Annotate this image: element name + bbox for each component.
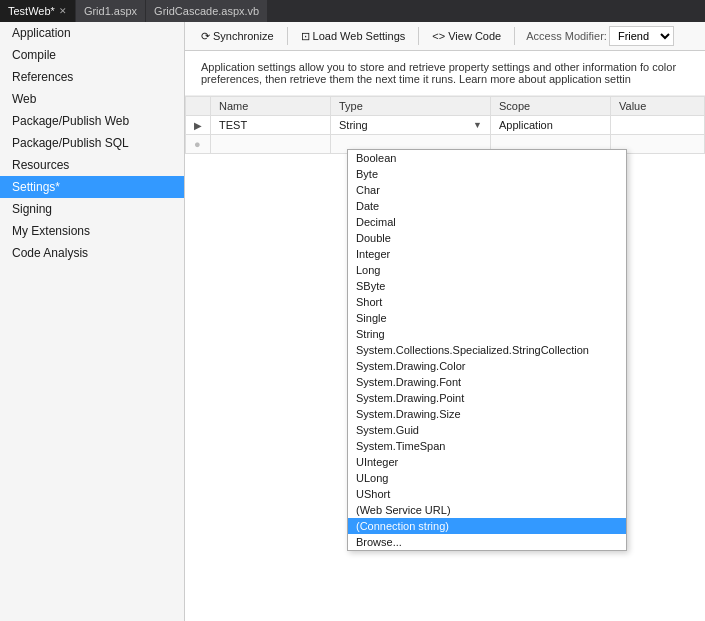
- type-dropdown-arrow-icon[interactable]: ▼: [473, 120, 482, 130]
- settings-table: Name Type Scope Value: [185, 96, 705, 154]
- dropdown-item-ulong[interactable]: ULong: [348, 470, 626, 486]
- dropdown-item-uinteger[interactable]: UInteger: [348, 454, 626, 470]
- sidebar-item-my-extensions[interactable]: My Extensions: [0, 220, 184, 242]
- access-modifier-select[interactable]: Friend Public Private: [609, 26, 674, 46]
- dropdown-item-connection-string[interactable]: (Connection string): [348, 518, 626, 534]
- sidebar: Application Compile References Web Packa…: [0, 22, 185, 621]
- sidebar-item-application[interactable]: Application: [0, 22, 184, 44]
- row-arrow-cell: ▶: [186, 116, 211, 135]
- dropdown-item-single[interactable]: Single: [348, 310, 626, 326]
- synchronize-icon: ⟳: [201, 30, 210, 43]
- dropdown-item-ushort[interactable]: UShort: [348, 486, 626, 502]
- row-value-cell[interactable]: [611, 116, 705, 135]
- row-scope-cell[interactable]: Application: [491, 116, 611, 135]
- view-code-button[interactable]: <> View Code: [424, 28, 509, 44]
- dropdown-item-stringcollection[interactable]: System.Collections.Specialized.StringCol…: [348, 342, 626, 358]
- dropdown-item-browse[interactable]: Browse...: [348, 534, 626, 550]
- load-web-settings-icon: ⊡: [301, 30, 310, 43]
- sidebar-item-settings[interactable]: Settings*: [0, 176, 184, 198]
- dropdown-item-timespan[interactable]: System.TimeSpan: [348, 438, 626, 454]
- settings-description: Application settings allow you to store …: [185, 51, 705, 96]
- dropdown-item-drawing-font[interactable]: System.Drawing.Font: [348, 374, 626, 390]
- row-arrow-icon: ▶: [194, 120, 202, 131]
- tab-gridcascade-label: GridCascade.aspx.vb: [154, 5, 259, 17]
- toolbar-divider-3: [514, 27, 515, 45]
- dropdown-item-web-service-url[interactable]: (Web Service URL): [348, 502, 626, 518]
- col-name: Name: [211, 97, 331, 116]
- access-modifier-label: Access Modifier:: [526, 30, 607, 42]
- tab-gridcascade[interactable]: GridCascade.aspx.vb: [146, 0, 268, 22]
- sidebar-item-signing[interactable]: Signing: [0, 198, 184, 220]
- col-type: Type: [331, 97, 491, 116]
- synchronize-button[interactable]: ⟳ Synchronize: [193, 28, 282, 45]
- settings-toolbar: ⟳ Synchronize ⊡ Load Web Settings <> Vie…: [185, 22, 705, 51]
- tab-grid1-label: Grid1.aspx: [84, 5, 137, 17]
- table-row: ▶ TEST String ▼ Application: [186, 116, 705, 135]
- tab-testweb-close[interactable]: ✕: [59, 6, 67, 16]
- toolbar-divider-2: [418, 27, 419, 45]
- dropdown-item-boolean[interactable]: Boolean: [348, 150, 626, 166]
- row-name-cell[interactable]: TEST: [211, 116, 331, 135]
- dropdown-item-integer[interactable]: Integer: [348, 246, 626, 262]
- col-indicator: [186, 97, 211, 116]
- dropdown-item-date[interactable]: Date: [348, 198, 626, 214]
- new-row-indicator: ●: [186, 135, 211, 154]
- dropdown-item-short[interactable]: Short: [348, 294, 626, 310]
- tab-testweb[interactable]: TestWeb* ✕: [0, 0, 76, 22]
- new-row-name[interactable]: [211, 135, 331, 154]
- dropdown-item-drawing-size[interactable]: System.Drawing.Size: [348, 406, 626, 422]
- sidebar-item-web[interactable]: Web: [0, 88, 184, 110]
- row-type-cell[interactable]: String ▼: [331, 116, 491, 135]
- main-layout: Application Compile References Web Packa…: [0, 22, 705, 621]
- dropdown-item-decimal[interactable]: Decimal: [348, 214, 626, 230]
- new-row-icon: ●: [194, 138, 201, 150]
- load-web-settings-button[interactable]: ⊡ Load Web Settings: [293, 28, 414, 45]
- dropdown-item-drawing-point[interactable]: System.Drawing.Point: [348, 390, 626, 406]
- sidebar-item-references[interactable]: References: [0, 66, 184, 88]
- sidebar-item-code-analysis[interactable]: Code Analysis: [0, 242, 184, 264]
- sidebar-item-package-publish-sql[interactable]: Package/Publish SQL: [0, 132, 184, 154]
- tab-testweb-label: TestWeb*: [8, 5, 55, 17]
- type-dropdown: Boolean Byte Char Date Decimal Double In…: [347, 149, 627, 551]
- dropdown-item-guid[interactable]: System.Guid: [348, 422, 626, 438]
- dropdown-item-char[interactable]: Char: [348, 182, 626, 198]
- col-scope: Scope: [491, 97, 611, 116]
- sidebar-item-package-publish-web[interactable]: Package/Publish Web: [0, 110, 184, 132]
- content-area: ⟳ Synchronize ⊡ Load Web Settings <> Vie…: [185, 22, 705, 621]
- dropdown-item-double[interactable]: Double: [348, 230, 626, 246]
- col-value: Value: [611, 97, 705, 116]
- sidebar-item-resources[interactable]: Resources: [0, 154, 184, 176]
- dropdown-item-long[interactable]: Long: [348, 262, 626, 278]
- sidebar-item-compile[interactable]: Compile: [0, 44, 184, 66]
- settings-table-area: Name Type Scope Value: [185, 96, 705, 621]
- tab-grid1[interactable]: Grid1.aspx: [76, 0, 146, 22]
- tab-bar: TestWeb* ✕ Grid1.aspx GridCascade.aspx.v…: [0, 0, 705, 22]
- dropdown-item-drawing-color[interactable]: System.Drawing.Color: [348, 358, 626, 374]
- toolbar-divider-1: [287, 27, 288, 45]
- dropdown-item-string[interactable]: String: [348, 326, 626, 342]
- dropdown-item-sbyte[interactable]: SByte: [348, 278, 626, 294]
- dropdown-item-byte[interactable]: Byte: [348, 166, 626, 182]
